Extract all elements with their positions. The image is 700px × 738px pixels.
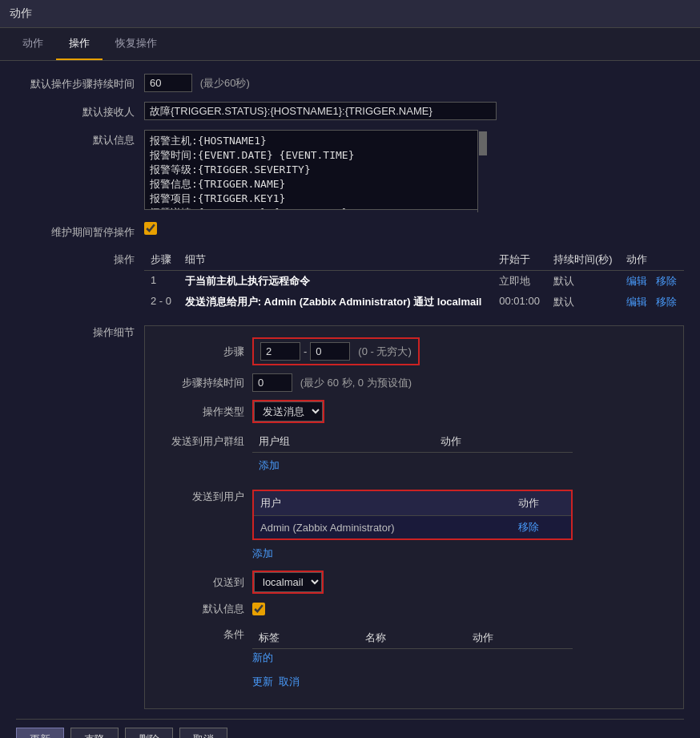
add-group-link[interactable]: 添加 — [259, 457, 280, 474]
media-select-wrapper: localmail — [252, 571, 324, 594]
op-detail-label: 操作细节 — [16, 322, 144, 340]
step-duration-hint: (最少60秒) — [200, 77, 250, 89]
conditions-thead: 标签 名称 动作 — [252, 627, 573, 649]
default-recipient-row: 默认接收人 — [16, 102, 684, 120]
col-step: 步骤 — [144, 249, 179, 271]
conditions-label: 条件 — [156, 624, 252, 642]
cancel-link[interactable]: 取消 — [279, 675, 300, 689]
row1-detail: 于当前主机上执行远程命令 — [179, 271, 493, 292]
tab-actions[interactable]: 动作 — [10, 28, 56, 60]
group-header-row: 用户组 动作 — [252, 431, 573, 453]
step-range-box: - (0 - 无穷大) — [252, 337, 420, 365]
col-cond-action: 动作 — [466, 627, 573, 649]
operations-header-row: 步骤 细节 开始于 持续时间(秒) 动作 — [144, 249, 684, 271]
message-container: 报警主机:{HOSTNAME1} 报警时间:{EVENT.DATE} {EVEN… — [144, 130, 487, 212]
operations-thead: 步骤 细节 开始于 持续时间(秒) 动作 — [144, 249, 684, 271]
step-duration-input[interactable] — [144, 74, 192, 92]
row2-step: 2 - 0 — [144, 292, 179, 313]
default-message-row: 默认信息 报警主机:{HOSTNAME1} 报警时间:{EVENT.DATE} … — [16, 130, 684, 212]
scrollbar — [477, 130, 487, 212]
send-to-group-label: 发送到用户群组 — [156, 431, 252, 449]
op-detail-section: 步骤 - (0 - 无穷大) 步骤持续时间 (最少 60 秒, 0 为预设值) — [144, 322, 684, 709]
default-step-duration-label: 默认操作步骤持续时间 — [16, 74, 144, 91]
col-name: 名称 — [359, 627, 465, 649]
op-detail-row: 操作细节 步骤 - (0 - 无穷大) 步骤持续时间 — [16, 322, 684, 709]
new-condition-link[interactable]: 新的 — [252, 649, 273, 667]
default-message-check-row: 默认信息 — [156, 602, 672, 616]
users-table: 用户 动作 Admin (Zabbix Administrator) 移除 — [254, 491, 571, 538]
default-step-duration-value: (最少60秒) — [144, 74, 684, 92]
user-remove: 移除 — [512, 516, 571, 539]
cancel-button[interactable]: 取消 — [179, 728, 227, 738]
row1-actions: 编辑 移除 — [620, 271, 684, 292]
pause-ops-checkbox[interactable] — [144, 222, 157, 235]
table-row: 2 - 0 发送消息给用户: Admin (Zabbix Administrat… — [144, 292, 684, 313]
op-type-select[interactable]: 发送消息 — [254, 401, 323, 421]
pause-ops-value — [144, 222, 684, 237]
default-recipient-value — [144, 102, 684, 120]
update-cancel-row: 更新 取消 — [252, 675, 672, 689]
users-header-row: 用户 动作 — [254, 491, 571, 516]
default-step-duration-row: 默认操作步骤持续时间 (最少60秒) — [16, 74, 684, 92]
default-message-textarea[interactable]: 报警主机:{HOSTNAME1} 报警时间:{EVENT.DATE} {EVEN… — [144, 130, 487, 210]
col-group: 用户组 — [252, 431, 434, 453]
group-thead: 用户组 动作 — [252, 431, 573, 453]
default-recipient-input[interactable] — [144, 102, 497, 120]
conditions-section: 标签 名称 动作 新的 — [252, 624, 573, 667]
step-to-input[interactable] — [310, 342, 350, 361]
step-duration-hint: (最少 60 秒, 0 为预设值) — [300, 377, 412, 389]
row2-edit-link[interactable]: 编辑 — [626, 296, 647, 308]
col-duration: 持续时间(秒) — [547, 249, 620, 271]
row1-remove-link[interactable]: 移除 — [656, 275, 677, 287]
only-send-to-row: 仅送到 localmail — [156, 571, 672, 594]
final-buttons: 更新 克隆 删除 取消 — [16, 719, 684, 738]
row2-remove-link[interactable]: 移除 — [656, 296, 677, 308]
tab-recovery[interactable]: 恢复操作 — [103, 28, 170, 60]
step-duration-field[interactable] — [252, 373, 292, 392]
update-link[interactable]: 更新 — [252, 675, 273, 689]
table-row: 添加 — [252, 453, 573, 479]
default-message-checkbox[interactable] — [252, 603, 265, 615]
row2-start: 00:01:00 — [493, 292, 547, 313]
user-name: Admin (Zabbix Administrator) — [254, 516, 512, 539]
step-from-input[interactable] — [260, 342, 300, 361]
delete-button[interactable]: 删除 — [125, 728, 173, 738]
clone-button[interactable]: 克隆 — [70, 728, 119, 738]
send-to-users-row: 发送到用户 用户 动作 — [156, 486, 672, 563]
op-type-select-wrapper: 发送消息 — [252, 400, 324, 423]
add-user-container: 添加 — [252, 545, 573, 563]
row2-duration: 默认 — [547, 292, 620, 313]
row1-start: 立即地 — [493, 271, 547, 292]
col-user-action: 动作 — [512, 491, 571, 516]
row1-edit-link[interactable]: 编辑 — [626, 275, 647, 287]
send-to-users-label: 发送到用户 — [156, 486, 252, 504]
send-to-users-section: 用户 动作 Admin (Zabbix Administrator) 移除 — [252, 490, 573, 540]
pause-ops-row: 维护期间暂停操作 — [16, 222, 684, 240]
tab-bar: 动作 操作 恢复操作 — [0, 28, 700, 61]
media-select[interactable]: localmail — [254, 572, 322, 592]
default-message-check-label: 默认信息 — [156, 602, 252, 616]
user-remove-link[interactable]: 移除 — [518, 521, 539, 533]
default-recipient-label: 默认接收人 — [16, 102, 144, 119]
step-dash: - — [304, 345, 307, 357]
operations-row: 操作 步骤 细节 开始于 持续时间(秒) 动作 1 于当前主机上执行远程命令 — [16, 249, 684, 313]
tab-operations[interactable]: 操作 — [56, 28, 103, 60]
table-row: 1 于当前主机上执行远程命令 立即地 默认 编辑 移除 — [144, 271, 684, 292]
update-button[interactable]: 更新 — [16, 728, 64, 738]
add-user-link[interactable]: 添加 — [252, 545, 273, 563]
operations-table: 步骤 细节 开始于 持续时间(秒) 动作 1 于当前主机上执行远程命令 立即地 … — [144, 249, 684, 313]
row1-step: 1 — [144, 271, 179, 292]
operations-table-container: 步骤 细节 开始于 持续时间(秒) 动作 1 于当前主机上执行远程命令 立即地 … — [144, 249, 684, 313]
conditions-row: 条件 标签 名称 动作 — [156, 624, 672, 667]
step-duration-label: 步骤持续时间 — [156, 376, 252, 390]
send-to-group-row: 发送到用户群组 用户组 动作 — [156, 431, 672, 478]
col-start: 开始于 — [493, 249, 547, 271]
row1-duration: 默认 — [547, 271, 620, 292]
only-send-to-label: 仅送到 — [156, 575, 252, 590]
col-user: 用户 — [254, 491, 512, 516]
operations-label: 操作 — [16, 249, 144, 267]
step-duration-value: (最少 60 秒, 0 为预设值) — [252, 373, 412, 392]
conditions-header-row: 标签 名称 动作 — [252, 627, 573, 649]
step-duration-row: 步骤持续时间 (最少 60 秒, 0 为预设值) — [156, 373, 672, 392]
row2-actions: 编辑 移除 — [620, 292, 684, 313]
